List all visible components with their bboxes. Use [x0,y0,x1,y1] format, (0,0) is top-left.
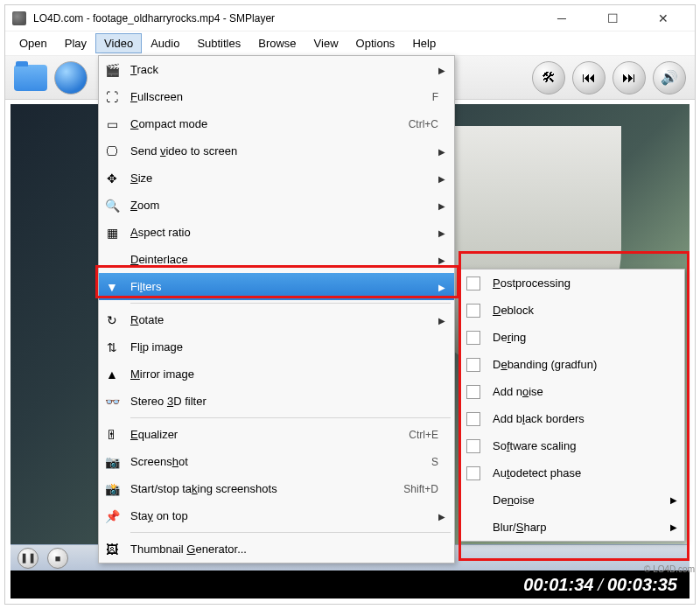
menu-shortcut: Ctrl+C [409,118,438,130]
filter-item-blur-sharp[interactable]: Blur/Sharp▶ [459,514,684,541]
settings-icon[interactable]: 🛠 [532,61,565,94]
eq-icon: 🎚 [102,425,122,444]
filter-item-autodetect-phase[interactable]: Autodetect phase [459,459,684,486]
monitor-icon: 🖵 [102,142,122,161]
maximize-button[interactable]: ☐ [595,8,630,29]
checkbox[interactable] [466,466,480,480]
filter-item-denoise[interactable]: Denoise▶ [459,486,684,514]
open-file-icon[interactable] [14,65,47,91]
menu-item-deinterlace[interactable]: Deinterlace▶ [99,246,454,273]
menu-separator [130,303,451,304]
time-display-bar: 00:01:34 / 00:03:35 [10,570,690,598]
menu-play[interactable]: Play [56,33,95,53]
watermark: © LO4D.com [644,564,695,574]
menu-item-label: Filters [130,280,438,293]
menu-item-size[interactable]: ✥Size▶ [99,164,454,192]
menu-item-label: Stay on top [130,509,438,522]
checkbox[interactable] [466,439,480,453]
prev-track-icon[interactable]: ⏮ [572,61,606,94]
menu-shortcut: F [432,91,438,103]
filter-label: Add noise [493,385,677,398]
checkbox[interactable] [466,385,480,399]
stop-button[interactable]: ■ [47,548,68,569]
filter-item-add-black-borders[interactable]: Add black borders [459,405,684,432]
shot-icon: 📷 [102,452,122,472]
window-title: LO4D.com - footage_oldharryrocks.mp4 - S… [33,12,544,24]
menu-subtitles[interactable]: Subtitles [188,33,249,53]
pause-button[interactable]: ❚❚ [18,548,38,569]
filter-label: Debanding (gradfun) [493,358,677,371]
menu-item-start-stop-taking-screenshots[interactable]: 📸Start/stop taking screenshotsShift+D [99,475,454,502]
submenu-arrow-icon: ▶ [438,201,447,210]
menu-item-stereo-3d-filter[interactable]: 👓Stereo 3D filter [99,388,454,415]
filter-item-postprocessing[interactable]: Postprocessing [459,270,684,297]
menu-item-label: Start/stop taking screenshots [130,482,403,495]
menu-options[interactable]: Options [347,33,404,53]
checkbox[interactable] [466,358,480,372]
menu-open[interactable]: Open [10,33,56,53]
filter-label: Dering [493,331,677,344]
submenu-arrow-icon: ▶ [438,228,447,237]
window-icon: ▭ [102,115,122,134]
checkbox[interactable] [466,331,480,345]
checkbox[interactable] [466,304,480,318]
checkbox[interactable] [466,276,480,290]
menu-item-rotate[interactable]: ↻Rotate▶ [99,306,454,333]
menu-item-track[interactable]: 🎬Track▶ [99,56,454,83]
minimize-button[interactable]: ─ [544,8,579,29]
pin-icon: 📌 [102,507,122,526]
close-button[interactable]: ✕ [646,8,681,29]
volume-icon[interactable]: 🔊 [653,61,686,94]
menu-item-equalizer[interactable]: 🎚EqualizerCtrl+E [99,421,454,448]
menu-item-label: Fullscreen [130,90,432,103]
mirror-icon: ▲ [102,365,122,384]
menu-browse[interactable]: Browse [249,33,304,53]
menu-item-label: Size [130,172,438,185]
menu-item-filters[interactable]: ▼Filters▶ [99,273,454,300]
menu-item-label: Flip image [130,340,447,354]
time-total: 00:03:35 [607,575,677,594]
expand-icon: ⛶ [102,88,122,107]
menu-item-aspect-ratio[interactable]: ▦Aspect ratio▶ [99,219,454,246]
menu-item-zoom[interactable]: 🔍Zoom▶ [99,192,454,219]
menu-item-label: Track [130,63,438,76]
filter-item-debanding-gradfun-[interactable]: Debanding (gradfun) [459,351,684,378]
menu-video[interactable]: Video [95,33,142,53]
filter-item-dering[interactable]: Dering [459,324,684,351]
menu-item-label: Screenshot [130,455,431,468]
menu-item-stay-on-top[interactable]: 📌Stay on top▶ [99,502,454,529]
menu-item-label: Mirror image [130,368,447,381]
menu-shortcut: Shift+D [403,483,438,495]
submenu-arrow-icon: ▶ [670,495,677,505]
next-track-icon[interactable]: ⏭ [612,61,646,94]
shots-icon: 📸 [102,480,122,499]
menu-item-thumbnail-generator-[interactable]: 🖼Thumbnail Generator... [99,536,454,563]
menu-view[interactable]: View [305,33,347,53]
menu-item-label: Send video to screen [130,144,438,158]
flip-icon: ⇅ [102,338,122,357]
submenu-arrow-icon: ▶ [438,512,447,521]
menu-item-label: Zoom [130,199,438,212]
menu-item-label: Stereo 3D filter [130,395,447,408]
menu-item-fullscreen[interactable]: ⛶FullscreenF [99,83,454,110]
menu-item-send-video-to-screen[interactable]: 🖵Send video to screen▶ [99,137,454,164]
filter-item-deblock[interactable]: Deblock [459,297,684,324]
submenu-arrow-icon: ▶ [438,174,447,183]
filter-item-add-noise[interactable]: Add noise [459,378,684,405]
resize-icon: ✥ [102,169,122,188]
open-url-icon[interactable] [54,61,88,94]
menu-item-screenshot[interactable]: 📷ScreenshotS [99,448,454,475]
menu-item-flip-image[interactable]: ⇅Flip image [99,333,454,360]
menu-audio[interactable]: Audio [142,33,188,53]
submenu-arrow-icon: ▶ [438,66,447,74]
menu-item-compact-mode[interactable]: ▭Compact modeCtrl+C [99,110,454,137]
titlebar: LO4D.com - footage_oldharryrocks.mp4 - S… [5,5,695,32]
submenu-arrow-icon: ▶ [438,256,447,264]
menu-item-mirror-image[interactable]: ▲Mirror image [99,360,454,388]
filter-label: Blur/Sharp [493,521,670,534]
checkbox[interactable] [466,412,480,426]
filter-item-software-scaling[interactable]: Software scaling [459,432,684,459]
submenu-arrow-icon: ▶ [438,283,447,291]
menu-help[interactable]: Help [403,33,444,53]
time-current: 00:01:34 [523,575,593,594]
